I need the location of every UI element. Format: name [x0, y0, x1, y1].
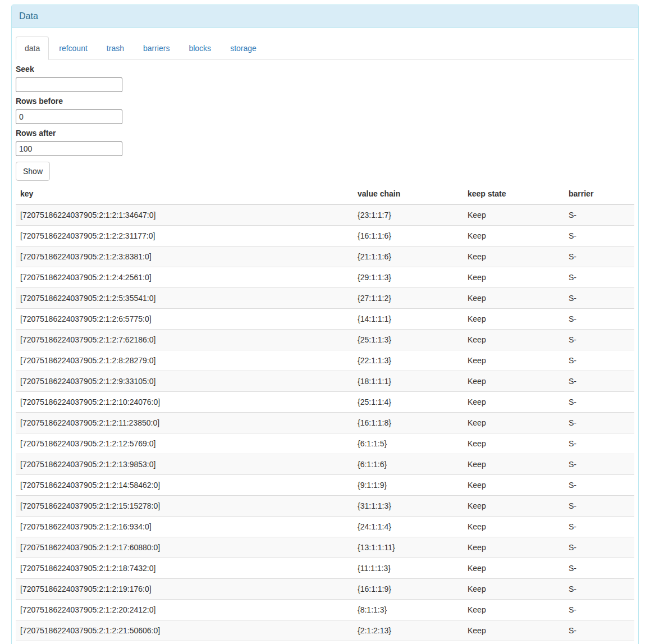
table-row: [72075186224037905:2:1:2:16:934:0] {24:1… [16, 517, 634, 537]
table-body: [72075186224037905:2:1:2:1:34647:0] {23:… [16, 204, 634, 644]
tab-storage[interactable]: storage [221, 36, 266, 60]
table-row: [72075186224037905:2:1:2:10:24076:0] {25… [16, 392, 634, 413]
tab-refcount[interactable]: refcount [50, 36, 97, 60]
cell-keep-state: Keep [463, 433, 564, 454]
data-panel: Data datarefcounttrashbarriersblocksstor… [11, 4, 639, 644]
table-header-row: key value chain keep state barrier [16, 184, 634, 204]
cell-barrier: S- [564, 226, 634, 246]
cell-barrier: S- [564, 413, 634, 433]
cell-keep-state: Keep [463, 475, 564, 496]
rows-after-input[interactable] [16, 141, 122, 156]
tab-bar: datarefcounttrashbarriersblocksstorage [16, 36, 634, 60]
cell-key: [72075186224037905:2:1:2:8:28279:0] [16, 350, 353, 371]
cell-key: [72075186224037905:2:1:2:5:35541:0] [16, 288, 353, 309]
cell-barrier: S- [564, 309, 634, 330]
tab-blocks[interactable]: blocks [180, 36, 220, 60]
cell-key: [72075186224037905:2:1:2:17:60880:0] [16, 537, 353, 558]
table-row: [72075186224037905:2:1:2:8:28279:0] {22:… [16, 350, 634, 371]
panel-title: Data [19, 11, 38, 21]
cell-keep-state: Keep [463, 392, 564, 413]
tab-barriers[interactable]: barriers [134, 36, 178, 60]
cell-key: [72075186224037905:2:1:2:21:50606:0] [16, 620, 353, 641]
cell-keep-state: Keep [463, 579, 564, 600]
cell-keep-state: Keep [463, 620, 564, 641]
cell-keep-state: Keep [463, 371, 564, 392]
cell-key: [72075186224037905:2:1:2:1:34647:0] [16, 204, 353, 226]
cell-keep-state: Keep [463, 641, 564, 644]
rows-before-label: Rows before [16, 95, 634, 107]
cell-barrier: S- [564, 433, 634, 454]
seek-label: Seek [16, 63, 634, 75]
cell-barrier: S- [564, 371, 634, 392]
rows-after-label: Rows after [16, 127, 634, 139]
table-row: [72075186224037905:2:1:2:1:34647:0] {23:… [16, 204, 634, 226]
cell-value-chain: {2:1:2:13} [353, 620, 463, 641]
table-row: [72075186224037905:2:1:2:11:23850:0] {16… [16, 413, 634, 433]
cell-barrier: S- [564, 496, 634, 517]
cell-value-chain: {6:1:1:6} [353, 454, 463, 475]
cell-key: [72075186224037905:2:1:2:14:58462:0] [16, 475, 353, 496]
cell-barrier: S- [564, 350, 634, 371]
cell-keep-state: Keep [463, 350, 564, 371]
cell-keep-state: Keep [463, 496, 564, 517]
cell-barrier: S- [564, 475, 634, 496]
table-row: [72075186224037905:2:1:2:5:35541:0] {27:… [16, 288, 634, 309]
cell-keep-state: Keep [463, 267, 564, 288]
cell-keep-state: Keep [463, 330, 564, 350]
cell-value-chain: {29:1:1:3} [353, 267, 463, 288]
seek-input[interactable] [16, 77, 122, 92]
cell-barrier: S- [564, 246, 634, 267]
cell-barrier: S- [564, 558, 634, 579]
cell-value-chain: {25:1:1:3} [353, 330, 463, 350]
cell-barrier: S- [564, 620, 634, 641]
cell-key: [72075186224037905:2:1:2:10:24076:0] [16, 392, 353, 413]
cell-key: [72075186224037905:2:1:2:2:31177:0] [16, 226, 353, 246]
cell-value-chain: {8:1:1:3} [353, 600, 463, 620]
cell-keep-state: Keep [463, 413, 564, 433]
cell-value-chain: {16:1:1:9} [353, 579, 463, 600]
table-row: [72075186224037905:2:1:2:9:33105:0] {18:… [16, 371, 634, 392]
column-header-keep-state: keep state [463, 184, 564, 204]
cell-key: [72075186224037905:2:1:2:16:934:0] [16, 517, 353, 537]
seek-form: Seek Rows before Rows after Show [16, 63, 634, 181]
cell-value-chain: {23:1:1:7} [353, 204, 463, 226]
column-header-key: key [16, 184, 353, 204]
cell-barrier: S- [564, 267, 634, 288]
cell-value-chain: {16:1:1:6} [353, 226, 463, 246]
cell-key: [72075186224037905:2:1:2:11:23850:0] [16, 413, 353, 433]
cell-value-chain: {25:1:1:4} [353, 392, 463, 413]
cell-value-chain: {14:1:1:1} [353, 309, 463, 330]
cell-value-chain: {22:1:1:3} [353, 350, 463, 371]
tab-trash[interactable]: trash [98, 36, 133, 60]
column-header-barrier: barrier [564, 184, 634, 204]
table-row: [72075186224037905:2:1:2:2:31177:0] {16:… [16, 226, 634, 246]
cell-barrier: S- [564, 454, 634, 475]
cell-key: [72075186224037905:2:1:2:12:5769:0] [16, 433, 353, 454]
cell-keep-state: Keep [463, 517, 564, 537]
show-button[interactable]: Show [16, 162, 50, 181]
panel-body: datarefcounttrashbarriersblocksstorage S… [12, 28, 638, 644]
panel-heading: Data [12, 5, 638, 28]
cell-keep-state: Keep [463, 288, 564, 309]
cell-key: [72075186224037905:2:1:2:15:15278:0] [16, 496, 353, 517]
cell-value-chain: {18:1:1:1} [353, 371, 463, 392]
cell-barrier: S- [564, 517, 634, 537]
table-row: [72075186224037905:2:1:2:7:62186:0] {25:… [16, 330, 634, 350]
rows-before-input[interactable] [16, 109, 122, 124]
cell-barrier: S- [564, 641, 634, 644]
cell-barrier: S- [564, 288, 634, 309]
table-row: [72075186224037905:2:1:2:19:176:0] {16:1… [16, 579, 634, 600]
cell-barrier: S- [564, 392, 634, 413]
cell-value-chain: {13:1:1:11} [353, 537, 463, 558]
cell-keep-state: Keep [463, 246, 564, 267]
cell-keep-state: Keep [463, 537, 564, 558]
cell-key: [72075186224037905:2:1:2:22:43764:0] [16, 641, 353, 644]
table-row: [72075186224037905:2:1:2:20:2412:0] {8:1… [16, 600, 634, 620]
cell-key: [72075186224037905:2:1:2:3:8381:0] [16, 246, 353, 267]
cell-key: [72075186224037905:2:1:2:20:2412:0] [16, 600, 353, 620]
tab-data[interactable]: data [16, 36, 49, 60]
cell-keep-state: Keep [463, 454, 564, 475]
cell-key: [72075186224037905:2:1:2:9:33105:0] [16, 371, 353, 392]
cell-keep-state: Keep [463, 204, 564, 226]
cell-barrier: S- [564, 579, 634, 600]
